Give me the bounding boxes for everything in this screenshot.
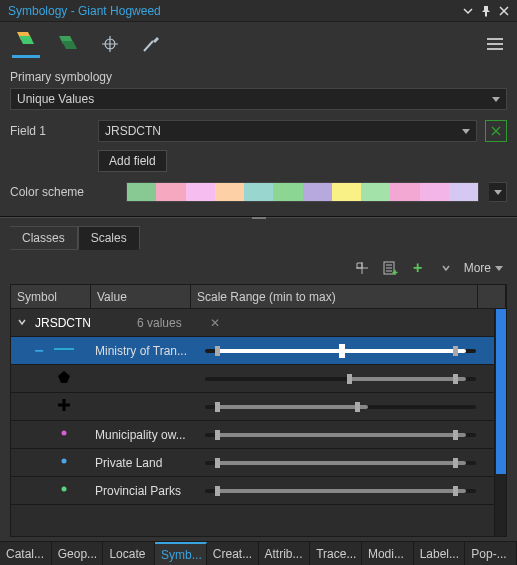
range-max-handle[interactable]: [453, 486, 458, 496]
range-min-handle[interactable]: [215, 458, 220, 468]
footer-tab[interactable]: Attrib...: [259, 542, 311, 565]
table-row[interactable]: Private Land: [11, 449, 506, 477]
scale-range-cell[interactable]: [191, 449, 506, 477]
vary-by-attribute-tab-icon[interactable]: [54, 30, 82, 58]
symbol-cell[interactable]: [11, 455, 91, 470]
range-min-handle[interactable]: [215, 486, 220, 496]
range-knob[interactable]: [339, 344, 345, 358]
scale-range-cell[interactable]: [191, 337, 506, 365]
color-scheme-dropdown-icon[interactable]: [489, 182, 507, 202]
th-range[interactable]: Scale Range (min to max): [191, 285, 478, 308]
advanced-symbology-icon[interactable]: [138, 30, 166, 58]
group-remove-icon[interactable]: ✕: [210, 316, 220, 330]
symbol-preview-icon: [56, 369, 72, 388]
add-value-dropdown-icon[interactable]: [436, 258, 456, 278]
th-value[interactable]: Value: [91, 285, 191, 308]
renderer-select[interactable]: Unique Values: [10, 88, 507, 110]
scale-range-cell[interactable]: [191, 421, 506, 449]
range-min-handle[interactable]: [347, 374, 352, 384]
symbol-cell[interactable]: [11, 397, 91, 416]
range-min-handle[interactable]: [215, 402, 220, 412]
add-field-label: Add field: [109, 154, 156, 168]
range-active: [215, 433, 465, 437]
symbol-cell[interactable]: [11, 483, 91, 498]
field1-select-value: JRSDCTN: [105, 124, 161, 138]
color-scheme-label: Color scheme: [10, 185, 116, 199]
value-cell[interactable]: Municipality ow...: [91, 428, 191, 442]
symbology-toolbar: [0, 22, 517, 62]
symbol-cell[interactable]: −: [11, 342, 91, 360]
main-content: Primary symbology Unique Values Field 1 …: [0, 62, 517, 541]
table-row[interactable]: [11, 393, 506, 421]
scales-table: Symbol Value Scale Range (min to max) JR…: [10, 284, 507, 537]
table-row[interactable]: Municipality ow...: [11, 421, 506, 449]
color-swatch: [390, 183, 419, 201]
color-swatch: [273, 183, 302, 201]
table-row[interactable]: Provincial Parks: [11, 477, 506, 505]
footer-tab[interactable]: Pop-...: [465, 542, 517, 565]
scale-range-cell[interactable]: [191, 393, 506, 421]
symbol-preview-icon: [58, 455, 70, 470]
range-max-handle[interactable]: [355, 402, 360, 412]
group-row[interactable]: JRSDCTN6 values✕: [11, 309, 506, 337]
range-active: [215, 461, 465, 465]
footer-tab[interactable]: Creat...: [207, 542, 259, 565]
table-row[interactable]: −Ministry of Tran...: [11, 337, 506, 365]
footer-tab[interactable]: Geop...: [52, 542, 104, 565]
hamburger-menu-icon[interactable]: [481, 30, 509, 58]
menu-dropdown-icon[interactable]: [459, 3, 477, 19]
close-icon[interactable]: [495, 3, 513, 19]
symbol-layer-drawing-icon[interactable]: [96, 30, 124, 58]
color-scheme-ramp[interactable]: [126, 182, 479, 202]
color-swatch: [449, 183, 478, 201]
footer-tab[interactable]: Locate: [103, 542, 155, 565]
range-max-handle[interactable]: [453, 458, 458, 468]
footer-tab[interactable]: Symb...: [155, 542, 207, 565]
more-menu[interactable]: More: [464, 261, 503, 275]
range-max-handle[interactable]: [453, 374, 458, 384]
tab-classes[interactable]: Classes: [10, 226, 78, 250]
range-max-handle[interactable]: [453, 430, 458, 440]
symbol-cell[interactable]: [11, 427, 91, 442]
symbol-preview-icon: [58, 427, 70, 442]
footer-tab[interactable]: Modi...: [362, 542, 414, 565]
expression-builder-button[interactable]: [485, 120, 507, 142]
renderer-select-value: Unique Values: [17, 92, 94, 106]
svg-marker-2: [58, 371, 70, 383]
value-cell[interactable]: Private Land: [91, 456, 191, 470]
symbol-preview-icon: [56, 397, 72, 416]
scale-range-cell[interactable]: [191, 365, 506, 393]
field1-select[interactable]: JRSDCTN: [98, 120, 477, 142]
color-swatch: [244, 183, 273, 201]
symbol-preview-icon: [58, 483, 70, 498]
add-value-button[interactable]: +: [408, 258, 428, 278]
tab-scales[interactable]: Scales: [78, 226, 140, 250]
pin-icon[interactable]: [477, 3, 495, 19]
chevron-down-icon[interactable]: [17, 317, 27, 329]
panel-title: Symbology - Giant Hogweed: [8, 4, 459, 18]
range-min-handle[interactable]: [215, 430, 220, 440]
range-active: [215, 405, 367, 409]
footer-tab[interactable]: Trace...: [310, 542, 362, 565]
scales-toolbar: + More: [10, 258, 507, 284]
add-values-from-data-icon[interactable]: [380, 258, 400, 278]
primary-symbology-tab-icon[interactable]: [12, 30, 40, 58]
vertical-scrollbar[interactable]: [494, 309, 506, 536]
add-field-button[interactable]: Add field: [98, 150, 167, 172]
svg-point-3: [62, 431, 67, 436]
footer-tab[interactable]: Label...: [414, 542, 466, 565]
scale-range-cell[interactable]: [191, 477, 506, 505]
footer-tab[interactable]: Catal...: [0, 542, 52, 565]
section-divider[interactable]: [0, 216, 517, 218]
symbol-cell[interactable]: [11, 369, 91, 388]
th-symbol[interactable]: Symbol: [11, 285, 91, 308]
row-collapse-icon[interactable]: −: [32, 342, 46, 360]
range-min-handle[interactable]: [215, 346, 220, 356]
table-row[interactable]: [11, 365, 506, 393]
scrollbar-thumb[interactable]: [496, 309, 506, 474]
range-max-handle[interactable]: [453, 346, 458, 356]
value-cell[interactable]: Ministry of Tran...: [91, 344, 191, 358]
add-unlisted-values-icon[interactable]: [352, 258, 372, 278]
value-cell[interactable]: Provincial Parks: [91, 484, 191, 498]
primary-symbology-heading: Primary symbology: [10, 70, 507, 84]
